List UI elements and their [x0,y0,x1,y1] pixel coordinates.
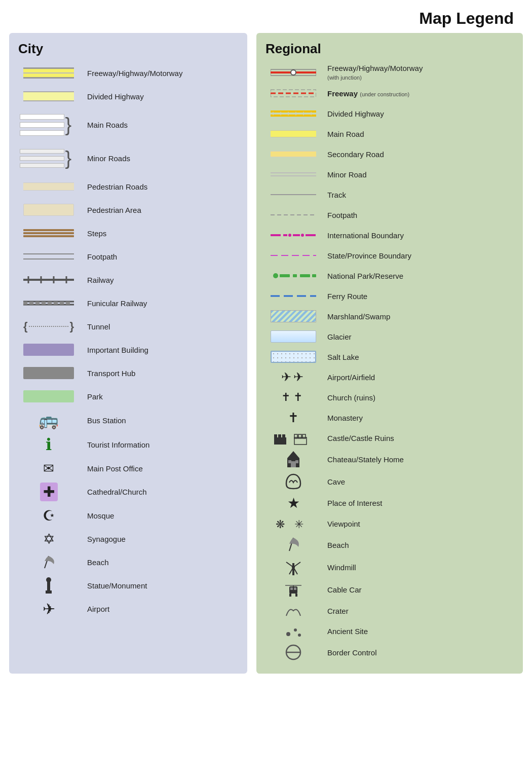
mosque-label: Mosque [79,511,238,520]
tourist-info-icon: ℹ [46,435,52,454]
funicular-symbol [18,299,79,308]
reg-airport-icon: ✈✈ [281,370,306,384]
reg-cave-label: Cave [321,477,514,486]
beach-label: Beach [79,558,238,567]
list-item: Chateau/Stately Home [265,450,514,468]
svg-marker-64 [287,451,299,458]
salt-lake-label: Salt Lake [321,353,514,361]
reg-secondary-icon [271,151,316,157]
state-boundary-label: State/Province Boundary [321,251,514,260]
ferry-route-symbol [265,294,321,298]
reg-castle-symbol [265,430,321,446]
svg-rect-50 [280,274,290,277]
svg-point-85 [294,628,297,632]
svg-rect-17 [47,581,50,590]
cathedral-icon: ✚ [40,483,58,501]
ferry-route-label: Ferry Route [321,292,514,301]
reg-airport-symbol: ✈✈ [265,370,321,384]
list-item: { } Tunnel [18,317,238,336]
synagogue-icon: ✡ [43,531,55,547]
reg-church-icon: ✝✝ [281,391,306,404]
reg-airport-label: Airport/Airfield [321,373,514,382]
tunnel-label: Tunnel [79,322,238,331]
svg-rect-81 [294,587,296,590]
beach-symbol [18,554,79,570]
divided-symbol [18,91,79,101]
list-item: Freeway/Highway/Motorway [18,64,238,82]
svg-rect-62 [302,434,306,438]
list-item: Funicular Railway [18,294,238,312]
svg-rect-58 [282,434,285,438]
reg-windmill-symbol [265,558,321,576]
reg-freeway-uc-icon [271,89,316,98]
statue-label: Statue/Monument [79,581,238,590]
railway-label: Railway [79,276,238,284]
reg-castle-icon [273,430,314,446]
reg-ancient-icon [284,624,302,638]
minor-roads-symbol: } [18,149,79,168]
railway-symbol [18,275,79,284]
glacier-icon [271,330,316,343]
int-boundary-icon [271,232,316,238]
airport-symbol: ✈ [18,600,79,618]
airport-icon: ✈ [43,600,55,618]
list-item: Freeway/Highway/Motorway(with junction) [265,64,514,81]
ferry-route-icon [271,294,316,298]
marshland-label: Marshland/Swamp [321,312,514,321]
reg-cablecar-label: Cable Car [321,585,514,594]
ped-roads-symbol [18,182,79,191]
list-item: ❋ ✳ Viewpoint [265,515,514,532]
list-item: ✉ Main Post Office [18,459,238,477]
reg-interest-label: Place of Interest [321,499,514,507]
svg-text:❋: ❋ [276,518,285,531]
reg-church-symbol: ✝✝ [265,391,321,404]
important-building-label: Important Building [79,346,238,354]
post-office-icon: ✉ [43,461,54,476]
reg-beach-icon [284,536,302,554]
svg-rect-8 [29,302,33,305]
svg-rect-56 [274,434,277,438]
svg-rect-10 [42,302,46,305]
reg-secondary-label: Secondary Road [321,150,514,159]
ped-area-label: Pedestrian Area [79,206,238,214]
svg-rect-42 [271,234,281,236]
int-boundary-label: International Boundary [321,231,514,240]
reg-viewpoint-symbol: ❋ ✳ [265,516,321,531]
beach-icon [41,554,57,570]
footpath-label: Footpath [79,252,238,261]
reg-ancient-symbol [265,624,321,638]
reg-monastery-label: Monastery [321,414,514,422]
reg-cablecar-symbol [265,580,321,599]
svg-point-44 [288,234,291,237]
svg-rect-32 [271,130,316,137]
marshland-symbol [265,310,321,322]
reg-footpath-icon [271,212,316,217]
regional-section: Regional Freeway/Highway/Motorway(with j… [256,33,523,674]
main-roads-symbol: } [18,114,79,136]
regional-heading: Regional [265,41,514,57]
reg-interest-icon: ★ [287,495,300,511]
ped-roads-label: Pedestrian Roads [79,182,238,191]
post-office-symbol: ✉ [18,461,79,476]
reg-divided-icon [271,109,316,118]
reg-minor-label: Minor Road [321,170,514,179]
svg-rect-11 [48,302,52,305]
list-item: Transport Hub [18,364,238,382]
reg-chateau-icon [284,450,302,468]
svg-rect-67 [295,460,298,463]
list-item: Statue/Monument [18,576,238,595]
list-item: Divided Highway [265,105,514,122]
list-item: ✝✝ Church (ruins) [265,389,514,405]
list-item: Footpath [265,207,514,223]
svg-point-18 [46,577,51,582]
reg-track-label: Track [321,191,514,199]
reg-main-icon [271,130,316,137]
svg-point-21 [291,70,296,75]
list-item: Minor Road [265,166,514,182]
reg-main-symbol [265,130,321,137]
list-item: Important Building [18,341,238,359]
bus-station-label: Bus Station [79,416,238,425]
list-item: Pedestrian Roads [18,177,238,196]
reg-secondary-symbol [265,151,321,157]
statue-icon [42,576,56,595]
